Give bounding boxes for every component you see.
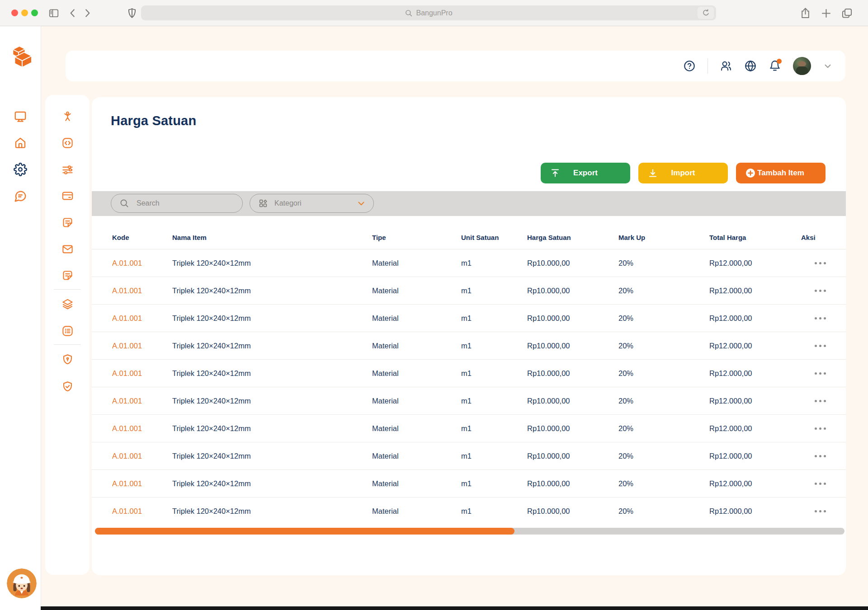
cell-kode: A.01.001 (112, 314, 172, 323)
row-actions-menu-icon[interactable] (815, 400, 837, 402)
cell-mark-up: 20% (618, 259, 709, 267)
minimize-window-button[interactable] (21, 9, 28, 16)
table-row[interactable]: A.01.001 Triplek 120×240×12mm Material m… (92, 277, 846, 305)
address-bar[interactable]: BangunPro (141, 5, 716, 20)
table-header: Kode Nama Item Tipe Unit Satuan Harga Sa… (92, 226, 846, 249)
worker-avatar[interactable] (7, 568, 37, 598)
col-kode: Kode (112, 234, 172, 241)
row-actions-menu-icon[interactable] (815, 427, 837, 430)
settings-gear-icon[interactable] (14, 163, 27, 176)
sliders-icon[interactable] (61, 164, 74, 176)
scrollbar-thumb[interactable] (95, 528, 514, 535)
cell-total-harga: Rp12.000,00 (709, 424, 801, 433)
mail-icon[interactable] (61, 243, 74, 255)
shield-lock-icon[interactable] (61, 353, 74, 366)
globe-icon[interactable] (744, 60, 757, 72)
forward-icon[interactable] (81, 7, 93, 19)
cell-harga-satuan: Rp10.000,00 (527, 424, 618, 433)
users-icon[interactable] (720, 60, 732, 72)
cell-nama-item: Triplek 120×240×12mm (172, 286, 372, 295)
plus-circle-icon (745, 168, 756, 178)
chat-icon[interactable] (14, 189, 27, 203)
layers-icon[interactable] (61, 298, 74, 310)
row-actions-menu-icon[interactable] (815, 290, 837, 292)
row-actions-menu-icon[interactable] (815, 372, 837, 375)
horizontal-scrollbar[interactable] (95, 528, 844, 535)
code-icon[interactable] (61, 137, 74, 149)
row-actions-menu-icon[interactable] (815, 510, 837, 512)
row-actions-menu-icon[interactable] (815, 345, 837, 347)
sidebar-toggle-icon[interactable] (48, 7, 60, 19)
cell-unit-satuan: m1 (461, 397, 527, 405)
shield-check-icon[interactable] (61, 380, 74, 393)
shield-icon[interactable] (126, 7, 138, 19)
add-item-button[interactable]: Tambah Item (736, 163, 826, 183)
credit-card-icon[interactable] (61, 190, 74, 202)
cell-tipe: Material (372, 259, 461, 267)
cell-total-harga: Rp12.000,00 (709, 259, 801, 267)
row-actions-menu-icon[interactable] (815, 262, 837, 264)
outer-sidebar (0, 26, 41, 610)
search-input-wrap[interactable] (111, 194, 243, 213)
row-actions-menu-icon[interactable] (815, 483, 837, 485)
category-dropdown[interactable]: Kategori (250, 194, 374, 213)
stacked-bricks-logo[interactable] (7, 43, 33, 69)
cell-tipe: Material (372, 479, 461, 488)
table-row[interactable]: A.01.001 Triplek 120×240×12mm Material m… (92, 332, 846, 360)
tabs-icon[interactable] (841, 7, 853, 19)
cell-harga-satuan: Rp10.000,00 (527, 369, 618, 378)
cell-tipe: Material (372, 314, 461, 323)
table-row[interactable]: A.01.001 Triplek 120×240×12mm Material m… (92, 415, 846, 442)
cell-unit-satuan: m1 (461, 342, 527, 350)
chevron-down-icon[interactable] (823, 61, 833, 71)
list-icon[interactable] (61, 325, 74, 337)
close-window-button[interactable] (11, 9, 18, 16)
home-icon[interactable] (14, 136, 27, 150)
table-row[interactable]: A.01.001 Triplek 120×240×12mm Material m… (92, 249, 846, 277)
cell-unit-satuan: m1 (461, 286, 527, 295)
main-card: Harga Satuan Export Import Tambah Item (92, 97, 846, 575)
cell-total-harga: Rp12.000,00 (709, 342, 801, 350)
search-input[interactable] (136, 199, 214, 208)
monitor-icon[interactable] (14, 110, 27, 123)
cell-kode: A.01.001 (112, 342, 172, 350)
table-row[interactable]: A.01.001 Triplek 120×240×12mm Material m… (92, 387, 846, 415)
cell-mark-up: 20% (618, 452, 709, 460)
cell-tipe: Material (372, 424, 461, 433)
table-row[interactable]: A.01.001 Triplek 120×240×12mm Material m… (92, 360, 846, 387)
table-row[interactable]: A.01.001 Triplek 120×240×12mm Material m… (92, 442, 846, 470)
row-actions-menu-icon[interactable] (815, 317, 837, 319)
cell-total-harga: Rp12.000,00 (709, 286, 801, 295)
col-nama-item: Nama Item (172, 234, 372, 241)
back-icon[interactable] (67, 7, 79, 19)
download-icon (647, 168, 658, 178)
person-icon[interactable] (61, 111, 74, 123)
row-actions-menu-icon[interactable] (815, 455, 837, 457)
import-button[interactable]: Import (638, 163, 728, 183)
filter-toolbar: Kategori (92, 191, 846, 216)
rail-divider (54, 344, 81, 345)
app-window: BangunPro (0, 0, 868, 610)
zoom-window-button[interactable] (31, 9, 38, 16)
share-icon[interactable] (799, 7, 811, 19)
export-button[interactable]: Export (541, 163, 630, 183)
note-icon[interactable] (61, 216, 74, 229)
bell-icon[interactable] (769, 60, 781, 72)
reload-icon[interactable] (698, 7, 714, 19)
new-tab-icon[interactable] (820, 7, 832, 19)
cell-mark-up: 20% (618, 286, 709, 295)
table-row[interactable]: A.01.001 Triplek 120×240×12mm Material m… (92, 305, 846, 332)
cell-nama-item: Triplek 120×240×12mm (172, 369, 372, 378)
table-row[interactable]: A.01.001 Triplek 120×240×12mm Material m… (92, 497, 846, 525)
grid-icon (258, 198, 268, 208)
cell-harga-satuan: Rp10.000,00 (527, 286, 618, 295)
address-text: BangunPro (416, 9, 452, 17)
note-icon[interactable] (61, 269, 74, 282)
cell-harga-satuan: Rp10.000,00 (527, 479, 618, 488)
help-icon[interactable] (683, 60, 696, 72)
table-row[interactable]: A.01.001 Triplek 120×240×12mm Material m… (92, 470, 846, 497)
import-label: Import (671, 169, 695, 178)
notification-dot (777, 59, 782, 64)
cell-tipe: Material (372, 452, 461, 460)
avatar[interactable] (793, 57, 811, 75)
